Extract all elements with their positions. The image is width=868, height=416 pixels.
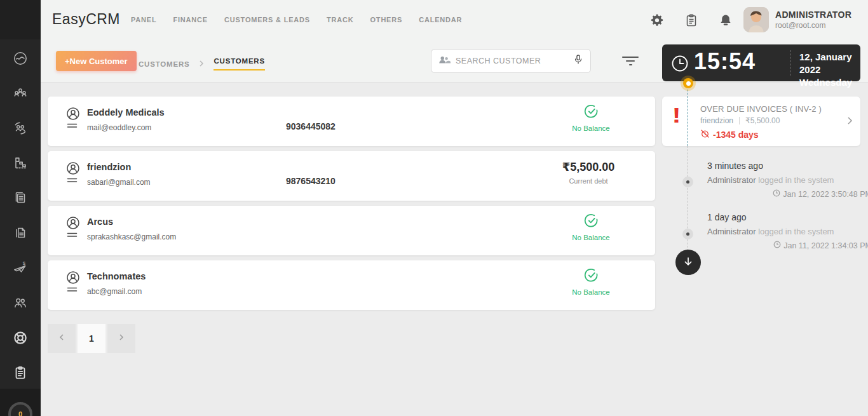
- sidebar-item-support[interactable]: [0, 321, 41, 356]
- next-page-button[interactable]: [107, 324, 135, 353]
- sidebar-item-leads[interactable]: [0, 77, 41, 112]
- customer-email: mail@eoddley.com: [87, 123, 151, 132]
- microphone-icon[interactable]: [573, 53, 584, 69]
- activity-time-ago: 3 minutes ago: [707, 161, 868, 171]
- activity-entry: 1 day ago Administrator logged in the sy…: [707, 212, 868, 250]
- svg-text:$: $: [23, 260, 26, 266]
- customer-phone: 9876543210: [286, 176, 336, 186]
- customer-name: Arcus: [87, 217, 113, 227]
- timeline-dot: [682, 229, 693, 239]
- timeline-dot: [682, 177, 693, 187]
- contact-icon: [60, 105, 86, 136]
- customer-card[interactable]: Eoddely Medicals mail@eoddley.com 903644…: [48, 97, 655, 146]
- customer-email: abc@gmail.com: [87, 287, 142, 296]
- balance-status: No Balance: [566, 268, 616, 296]
- new-customer-button[interactable]: +New Customer: [56, 51, 137, 71]
- contact-icon: [60, 215, 86, 245]
- no-balance-label: No Balance: [566, 124, 616, 132]
- support-icon: [12, 330, 29, 349]
- clock-icon: [671, 55, 689, 75]
- sidebar-item-invoices[interactable]: [0, 182, 41, 217]
- contact-icon: [60, 269, 86, 300]
- user-avatar: [743, 7, 769, 32]
- customer-relations-icon: [12, 120, 29, 139]
- customer-card[interactable]: friendzion sabari@gmail.com 9876543210 ₹…: [48, 151, 655, 201]
- sidebar-item-reports[interactable]: [0, 147, 41, 182]
- divider: [739, 117, 740, 124]
- customer-name: friendzion: [87, 162, 131, 172]
- tasks-icon: [12, 365, 29, 384]
- nav-track[interactable]: TRACK: [327, 16, 354, 23]
- small-clock-icon: [773, 189, 780, 199]
- customer-email: sabari@gmail.com: [87, 178, 151, 187]
- no-balance-label: No Balance: [566, 234, 616, 241]
- activity-entry: 3 minutes ago Administrator logged in th…: [707, 161, 868, 199]
- sidebar-item-dashboard[interactable]: [0, 42, 41, 77]
- documents-icon: [12, 225, 29, 244]
- customer-card[interactable]: Technomates abc@gmail.com No Balance: [48, 260, 655, 310]
- nav-customers-leads[interactable]: CUSTOMERS & LEADS: [224, 16, 310, 23]
- overdue-title: OVER DUE INVOICES ( INV-2 ): [700, 104, 846, 114]
- pagination: 1: [48, 324, 135, 353]
- scroll-down-button[interactable]: [675, 250, 701, 275]
- chevron-right-icon: [118, 333, 125, 344]
- small-clock-icon: [773, 241, 781, 250]
- no-balance-label: No Balance: [566, 288, 616, 296]
- sidebar-item-tasks[interactable]: [0, 356, 41, 391]
- search-customer-input[interactable]: [456, 57, 567, 65]
- date-text: 12, January 2022: [799, 51, 860, 76]
- overdue-customer: friendzion: [700, 116, 733, 125]
- nav-others[interactable]: OTHERS: [370, 16, 403, 23]
- debt-amount: ₹5,500.00: [553, 160, 623, 174]
- weekday-text: Wednesday: [799, 76, 860, 89]
- sidebar-item-documents[interactable]: [0, 217, 41, 252]
- customer-name: Eoddely Medicals: [87, 107, 165, 117]
- prev-page-button[interactable]: [48, 324, 76, 353]
- app-logo[interactable]: EasyCRM: [52, 11, 120, 28]
- sidebar-item-customer-relations[interactable]: [0, 112, 41, 147]
- filter-icon[interactable]: [621, 53, 640, 69]
- activity-actor: Administrator: [707, 227, 756, 236]
- current-time: 15:54: [694, 48, 756, 75]
- notes-clipboard-icon[interactable]: [684, 13, 699, 28]
- overdue-days: -1345 days: [713, 130, 759, 140]
- check-circle-icon: [584, 110, 599, 121]
- leads-icon: [12, 85, 29, 104]
- chevron-right-icon: [198, 58, 205, 70]
- check-circle-icon: [584, 274, 599, 285]
- breadcrumb-parent[interactable]: CUSTOMERS: [139, 60, 189, 68]
- sidebar-item-staff[interactable]: [0, 286, 41, 321]
- balance-status: No Balance: [566, 213, 616, 241]
- nav-calendar[interactable]: CALENDAR: [419, 16, 462, 23]
- check-circle-icon: [584, 219, 599, 230]
- breadcrumb-current[interactable]: CUSTOMERS: [214, 57, 264, 70]
- activity-action: logged in the system: [758, 175, 834, 185]
- sidebar-item-expenses[interactable]: $: [0, 252, 41, 286]
- user-menu[interactable]: ADMINISTRATOR root@root.com: [743, 7, 851, 32]
- overdue-invoice-card[interactable]: ! OVER DUE INVOICES ( INV-2 ) friendzion…: [662, 97, 860, 146]
- user-email: root@root.com: [775, 21, 851, 30]
- search-customer-box: [431, 49, 591, 73]
- customer-card[interactable]: Arcus sprakashkasc@gmail.com No Balance: [48, 206, 655, 255]
- page-number[interactable]: 1: [78, 324, 105, 353]
- alarm-off-icon: [700, 129, 710, 140]
- overdue-amount: ₹5,500.00: [745, 116, 780, 125]
- contact-icon: [60, 160, 86, 191]
- activity-action: logged in the system: [758, 227, 834, 236]
- invoices-icon: [12, 190, 29, 209]
- chevron-right-icon[interactable]: [846, 116, 853, 128]
- notifications-bell-icon[interactable]: [718, 13, 733, 28]
- dashboard-icon: [12, 50, 29, 69]
- timeline-line-highlight: [688, 90, 688, 146]
- current-date: 12, January 2022 Wednesday: [799, 51, 860, 89]
- nav-finance[interactable]: FINANCE: [173, 16, 208, 23]
- notification-count-badge[interactable]: 0: [8, 402, 32, 416]
- settings-gear-icon[interactable]: [649, 13, 665, 28]
- debt-label: Current debt: [553, 177, 623, 185]
- people-icon: [438, 55, 451, 68]
- reports-icon: [12, 155, 29, 174]
- sidebar-top-block: [0, 0, 41, 39]
- arrow-down-icon: [682, 255, 695, 270]
- nav-panel[interactable]: PANEL: [131, 16, 156, 23]
- activity-timestamp: Jan 12, 2022 3:50:48 PM: [783, 190, 868, 199]
